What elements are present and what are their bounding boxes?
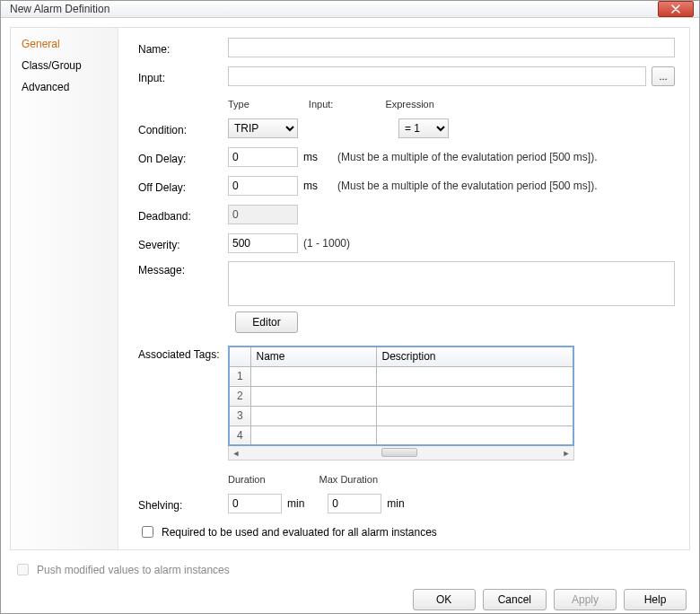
sidebar: General Class/Group Advanced (11, 28, 118, 549)
push-values-checkbox (17, 564, 29, 575)
severity-hint: (1 - 1000) (303, 237, 350, 250)
col-header-description[interactable]: Description (376, 346, 573, 366)
bottom-area: Push modified values to alarm instances … (10, 550, 690, 612)
label-condition-expression: Expression (385, 99, 433, 110)
cell-name[interactable] (250, 366, 376, 386)
shelving-max-duration-unit: min (387, 497, 404, 510)
scroll-right-icon[interactable]: ► (559, 447, 573, 460)
table-corner (229, 346, 250, 366)
label-name: Name: (138, 40, 228, 56)
scroll-thumb[interactable] (381, 448, 417, 457)
on-delay-hint: (Must be a multiple of the evalutation p… (337, 151, 597, 163)
sidebar-item-label: Class/Group (22, 59, 82, 72)
cell-description[interactable] (376, 366, 573, 386)
label-message: Message: (138, 261, 228, 276)
editor-button-label: Editor (252, 316, 280, 329)
label-condition-input: Input: (309, 99, 334, 110)
close-icon (671, 4, 680, 13)
condition-expression-select[interactable]: = 1 (398, 118, 449, 138)
required-checkbox-label: Required to be used and evaluated for al… (162, 526, 437, 539)
on-delay-unit: ms (303, 151, 318, 163)
cancel-button[interactable]: Cancel (483, 589, 547, 610)
table-row[interactable]: 4 (229, 425, 573, 445)
label-condition-type: Type (228, 99, 249, 110)
label-on-delay: On Delay: (138, 150, 228, 165)
window-title: New Alarm Definition (10, 3, 658, 15)
table-row[interactable]: 3 (229, 406, 573, 425)
label-severity: Severity: (138, 236, 228, 251)
content-panel: General Class/Group Advanced Name: Input… (10, 27, 690, 550)
ok-button-label: OK (436, 593, 451, 606)
editor-button[interactable]: Editor (235, 311, 298, 333)
input-field[interactable] (228, 66, 646, 86)
cell-name[interactable] (250, 406, 376, 425)
label-input: Input: (138, 69, 228, 84)
sidebar-item-advanced[interactable]: Advanced (11, 76, 118, 98)
label-shelving: Shelving: (138, 496, 228, 512)
ok-button[interactable]: OK (413, 589, 476, 610)
shelving-max-duration-input[interactable] (328, 494, 381, 513)
cell-name[interactable] (250, 425, 376, 445)
label-shelving-max-duration: Max Duration (319, 474, 378, 485)
row-number: 3 (229, 406, 250, 425)
dialog-body: General Class/Group Advanced Name: Input… (1, 18, 699, 614)
label-deadband: Deadband: (138, 207, 228, 223)
on-delay-input[interactable] (228, 147, 298, 167)
deadband-input (228, 205, 298, 224)
shelving-duration-input[interactable] (228, 494, 282, 513)
cell-name[interactable] (250, 386, 376, 406)
shelving-duration-unit: min (287, 497, 304, 510)
table-row[interactable]: 1 (229, 366, 573, 386)
sidebar-item-label: Advanced (22, 81, 69, 93)
label-shelving-duration: Duration (228, 474, 266, 485)
button-bar: OK Cancel Apply Help (12, 587, 688, 612)
off-delay-input[interactable] (228, 176, 298, 196)
label-off-delay: Off Delay: (138, 179, 228, 194)
browse-input-button[interactable]: ... (652, 66, 675, 86)
titlebar: New Alarm Definition (1, 1, 699, 18)
apply-button: Apply (554, 589, 617, 610)
close-button[interactable] (658, 1, 694, 17)
cell-description[interactable] (376, 406, 573, 425)
off-delay-hint: (Must be a multiple of the evalutation p… (337, 180, 597, 192)
sidebar-item-classgroup[interactable]: Class/Group (11, 55, 118, 76)
cell-description[interactable] (376, 425, 573, 445)
label-condition: Condition: (138, 121, 228, 136)
row-number: 4 (229, 425, 250, 445)
table-hscrollbar[interactable]: ◄ ► (228, 446, 574, 460)
help-button[interactable]: Help (624, 589, 687, 610)
col-header-name[interactable]: Name (250, 346, 376, 366)
condition-type-select[interactable]: TRIP (228, 118, 298, 138)
label-assoc-tags: Associated Tags: (138, 346, 228, 361)
associated-tags-table[interactable]: Name Description 1 2 3 4 (228, 346, 574, 446)
ellipsis-icon: ... (659, 71, 667, 82)
sidebar-item-general[interactable]: General (11, 33, 118, 55)
row-number: 1 (229, 366, 250, 386)
severity-input[interactable] (228, 233, 298, 253)
cancel-button-label: Cancel (498, 593, 531, 606)
table-row[interactable]: 2 (229, 386, 573, 406)
push-values-label: Push modified values to alarm instances (37, 564, 230, 576)
off-delay-unit: ms (303, 180, 318, 192)
sidebar-item-label: General (22, 38, 60, 50)
name-input[interactable] (228, 38, 675, 57)
apply-button-label: Apply (572, 593, 599, 606)
required-checkbox[interactable] (142, 526, 153, 538)
cell-description[interactable] (376, 386, 573, 406)
row-number: 2 (229, 386, 250, 406)
help-button-label: Help (644, 593, 667, 606)
message-textarea[interactable] (228, 261, 675, 306)
scroll-left-icon[interactable]: ◄ (229, 447, 243, 460)
form-area: Name: Input: ... Type (118, 28, 689, 549)
dialog-window: New Alarm Definition General Class/Group… (0, 0, 700, 614)
